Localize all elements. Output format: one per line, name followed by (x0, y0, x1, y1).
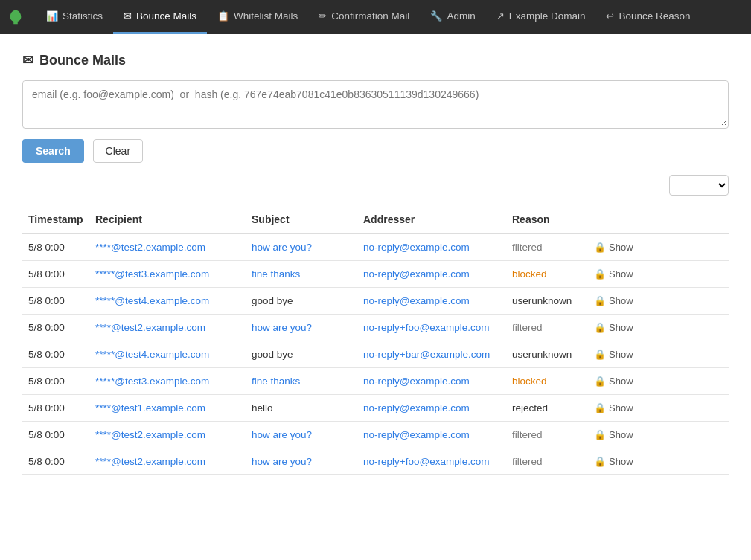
nav-item-confirmation-mail[interactable]: ✏Confirmation Mail (308, 0, 420, 34)
cell-timestamp: 5/8 0:00 (22, 288, 89, 315)
subject-link[interactable]: how are you? (252, 429, 312, 440)
recipient-link[interactable]: *****@test4.example.com (95, 295, 209, 306)
cell-action[interactable]: 🔒Show (588, 341, 729, 368)
cell-addresser[interactable]: no-reply+bar@example.com (357, 341, 506, 368)
addresser-link[interactable]: no-reply@example.com (363, 429, 470, 440)
recipient-link[interactable]: *****@test3.example.com (95, 268, 209, 280)
cell-action[interactable]: 🔒Show (588, 261, 729, 288)
recipient-link[interactable]: *****@test4.example.com (95, 349, 209, 360)
page-select[interactable]: 10 25 50 (669, 175, 729, 196)
col-header-timestamp: Timestamp (22, 206, 89, 234)
show-button[interactable]: 🔒Show (594, 429, 633, 440)
cell-subject[interactable]: how are you? (246, 234, 357, 261)
cell-addresser[interactable]: no-reply@example.com (357, 368, 506, 395)
cell-recipient[interactable]: ****@test2.example.com (89, 234, 246, 261)
addresser-link[interactable]: no-reply@example.com (363, 376, 470, 387)
addresser-link[interactable]: no-reply@example.com (363, 242, 470, 253)
col-header-reason: Reason (506, 206, 588, 234)
nav-item-example-domain[interactable]: ↗Example Domain (486, 0, 596, 34)
clear-button[interactable]: Clear (93, 139, 143, 163)
col-header-action (588, 206, 729, 234)
recipient-link[interactable]: ****@test2.example.com (95, 429, 205, 440)
subject-link[interactable]: how are you? (252, 242, 312, 253)
cell-action[interactable]: 🔒Show (588, 448, 729, 475)
nav-item-bounce-mails[interactable]: ✉Bounce Mails (113, 0, 207, 34)
show-button[interactable]: 🔒Show (594, 295, 633, 306)
nav-item-whitelist-mails[interactable]: 📋Whitelist Mails (207, 0, 308, 34)
recipient-link[interactable]: ****@test2.example.com (95, 322, 205, 333)
show-label: Show (609, 268, 633, 280)
cell-addresser[interactable]: no-reply@example.com (357, 261, 506, 288)
table-row: 5/8 0:00*****@test3.example.comfine than… (22, 368, 729, 395)
table-body: 5/8 0:00****@test2.example.comhow are yo… (22, 234, 729, 475)
cell-addresser[interactable]: no-reply@example.com (357, 234, 506, 261)
cell-subject[interactable]: fine thanks (246, 261, 357, 288)
cell-recipient[interactable]: *****@test3.example.com (89, 261, 246, 288)
cell-subject[interactable]: how are you? (246, 422, 357, 448)
cell-timestamp: 5/8 0:00 (22, 315, 89, 341)
cell-recipient[interactable]: *****@test4.example.com (89, 288, 246, 315)
subject-link[interactable]: fine thanks (252, 376, 300, 387)
recipient-link[interactable]: ****@test2.example.com (95, 456, 205, 467)
cell-action[interactable]: 🔒Show (588, 395, 729, 422)
search-input[interactable] (23, 81, 728, 126)
cell-action[interactable]: 🔒Show (588, 315, 729, 341)
cell-subject[interactable]: fine thanks (246, 368, 357, 395)
show-button[interactable]: 🔒Show (594, 402, 633, 413)
addresser-link[interactable]: no-reply+foo@example.com (363, 456, 489, 467)
cell-recipient[interactable]: ****@test2.example.com (89, 315, 246, 341)
cell-addresser[interactable]: no-reply+foo@example.com (357, 315, 506, 341)
recipient-link[interactable]: ****@test2.example.com (95, 242, 205, 253)
cell-subject[interactable]: how are you? (246, 315, 357, 341)
show-label: Show (609, 376, 633, 387)
cell-recipient[interactable]: ****@test2.example.com (89, 422, 246, 448)
table-controls: 10 25 50 (22, 175, 729, 196)
cell-recipient[interactable]: *****@test4.example.com (89, 341, 246, 368)
cell-subject[interactable]: how are you? (246, 448, 357, 475)
addresser-link[interactable]: no-reply@example.com (363, 268, 470, 280)
cell-recipient[interactable]: ****@test1.example.com (89, 395, 246, 422)
cell-action[interactable]: 🔒Show (588, 368, 729, 395)
show-button[interactable]: 🔒Show (594, 376, 633, 387)
cell-addresser[interactable]: no-reply@example.com (357, 288, 506, 315)
nav-items: 📊Statistics✉Bounce Mails📋Whitelist Mails… (36, 0, 744, 34)
cell-action[interactable]: 🔒Show (588, 234, 729, 261)
cell-action[interactable]: 🔒Show (588, 288, 729, 315)
table-row: 5/8 0:00****@test2.example.comhow are yo… (22, 234, 729, 261)
show-button[interactable]: 🔒Show (594, 349, 633, 360)
cell-addresser[interactable]: no-reply+foo@example.com (357, 448, 506, 475)
col-header-addresser: Addresser (357, 206, 506, 234)
recipient-link[interactable]: *****@test3.example.com (95, 376, 209, 387)
subject-link[interactable]: fine thanks (252, 268, 300, 280)
button-row: Search Clear (22, 139, 729, 163)
cell-recipient[interactable]: ****@test2.example.com (89, 448, 246, 475)
search-button[interactable]: Search (22, 139, 84, 163)
navbar: 📊Statistics✉Bounce Mails📋Whitelist Mails… (0, 0, 751, 34)
subject-link[interactable]: how are you? (252, 456, 312, 467)
nav-icon-whitelist-mails: 📋 (217, 10, 229, 22)
page-title-icon: ✉ (22, 52, 33, 68)
show-button[interactable]: 🔒Show (594, 322, 633, 333)
cell-action[interactable]: 🔒Show (588, 422, 729, 448)
addresser-link[interactable]: no-reply+foo@example.com (363, 322, 489, 333)
cell-addresser[interactable]: no-reply@example.com (357, 422, 506, 448)
show-button[interactable]: 🔒Show (594, 456, 633, 467)
recipient-link[interactable]: ****@test1.example.com (95, 402, 205, 413)
addresser-link[interactable]: no-reply@example.com (363, 295, 470, 306)
cell-recipient[interactable]: *****@test3.example.com (89, 368, 246, 395)
nav-item-statistics[interactable]: 📊Statistics (36, 0, 113, 34)
col-header-recipient: Recipient (89, 206, 246, 234)
cell-reason: blocked (506, 368, 588, 395)
show-button[interactable]: 🔒Show (594, 242, 633, 253)
lock-icon: 🔒 (594, 322, 606, 333)
subject-link[interactable]: how are you? (252, 322, 312, 333)
show-button[interactable]: 🔒Show (594, 268, 633, 280)
cell-reason: filtered (506, 234, 588, 261)
addresser-link[interactable]: no-reply@example.com (363, 402, 470, 413)
cell-addresser[interactable]: no-reply@example.com (357, 395, 506, 422)
cell-reason: filtered (506, 448, 588, 475)
cell-reason: blocked (506, 261, 588, 288)
nav-item-admin[interactable]: 🔧Admin (420, 0, 485, 34)
nav-item-bounce-reason[interactable]: ↩Bounce Reason (595, 0, 700, 34)
addresser-link[interactable]: no-reply+bar@example.com (363, 349, 490, 360)
